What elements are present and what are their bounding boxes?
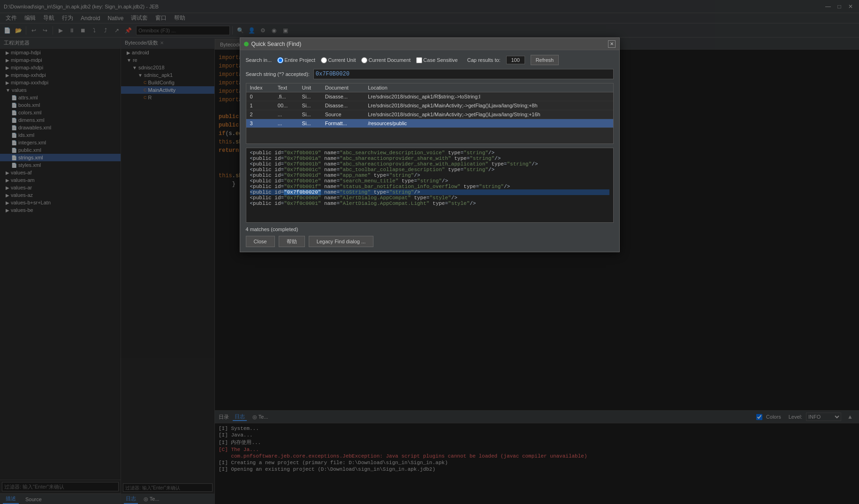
xml-line-3: <public id="0x7f0b001b" name="abc_sharea… xyxy=(250,161,609,167)
xml-line-6: <public id="0x7f0b001e" name="search_men… xyxy=(250,178,609,184)
dialog-title-text: Quick Search (Find) xyxy=(251,41,302,47)
xml-line-5: <public id="0x7f0b001d" name="app_name" … xyxy=(250,173,609,178)
modal-title: Quick Search (Find) xyxy=(244,41,302,47)
xml-preview-area: <public id="0x7f0b0019" name="abc_search… xyxy=(246,148,614,223)
col-text: Text xyxy=(274,83,298,92)
xml-line-8-highlight: <public id="0x7f0b0020" name="toString" … xyxy=(250,189,609,195)
search-options-row: Search in... Entire Project Current Unit… xyxy=(246,55,614,65)
checkbox-case-sensitive[interactable]: Case Sensitive xyxy=(416,57,457,63)
table-header: Index Text Unit Document Location xyxy=(246,83,613,92)
col-document: Document xyxy=(321,83,364,92)
table-row[interactable]: 2 ... Si... Source Lre/sdnisc2018/sdnisc… xyxy=(246,110,613,119)
dialog-help-btn[interactable]: 帮助 xyxy=(279,236,305,247)
xml-line-4: <public id="0x7f0b001c" name="abc_toolba… xyxy=(250,167,609,173)
col-unit: Unit xyxy=(298,83,321,92)
quick-search-dialog: Quick Search (Find) ✕ Search in... Entir… xyxy=(240,38,620,252)
search-in-label: Search in... xyxy=(246,57,272,63)
dialog-green-dot xyxy=(244,42,249,46)
refresh-button[interactable]: Refresh xyxy=(531,55,559,65)
col-index: Index xyxy=(246,83,274,92)
search-results-table-container: Index Text Unit Document Location 0 .fi.… xyxy=(246,83,614,144)
table-body: 0 .fi... Si... Disasse... Lre/sdnisc2018… xyxy=(246,92,613,128)
cap-label: Cap results to: xyxy=(467,57,501,63)
search-string-input[interactable] xyxy=(313,69,614,79)
dialog-buttons: Close 帮助 Legacy Find dialog ... xyxy=(246,236,614,247)
search-string-row: Search string (*? accepted): xyxy=(246,69,614,79)
radio-current-doc[interactable]: Current Document xyxy=(361,57,410,63)
cap-input[interactable] xyxy=(506,56,525,64)
dialog-close-btn[interactable]: Close xyxy=(246,236,275,247)
search-string-label: Search string (*? accepted): xyxy=(246,71,310,77)
table-row[interactable]: 1 00... Si... Disasse... Lre/sdnisc2018/… xyxy=(246,101,613,110)
table-row[interactable]: 0 .fi... Si... Disasse... Lre/sdnisc2018… xyxy=(246,92,613,101)
radio-entire-project[interactable]: Entire Project xyxy=(277,57,315,63)
modal-overlay: Quick Search (Find) ✕ Search in... Entir… xyxy=(0,0,859,504)
col-location: Location xyxy=(364,83,613,92)
search-results-table: Index Text Unit Document Location 0 .fi.… xyxy=(246,83,613,128)
xml-line-9: <public id="0x7f0c0000" name="AlertDialo… xyxy=(250,195,609,201)
table-row-selected[interactable]: 3 ... Si... Formatt... /resources/public xyxy=(246,119,613,128)
dialog-legacy-btn[interactable]: Legacy Find dialog ... xyxy=(309,236,374,247)
modal-title-bar: Quick Search (Find) ✕ xyxy=(240,38,619,50)
xml-line-7: <public id="0x7f0b001f" name="status_bar… xyxy=(250,184,609,189)
xml-line-1: <public id="0x7f0b0019" name="abc_search… xyxy=(250,150,609,156)
radio-current-unit[interactable]: Current Unit xyxy=(321,57,356,63)
xml-line-2: <public id="0x7f0b001a" name="abc_sharea… xyxy=(250,156,609,161)
modal-body: Search in... Entire Project Current Unit… xyxy=(240,50,619,252)
match-count: 4 matches (completed) xyxy=(246,226,614,232)
dialog-close-button[interactable]: ✕ xyxy=(608,40,616,48)
xml-line-10: <public id="0x7f0c0001" name="AlertDialo… xyxy=(250,201,609,206)
